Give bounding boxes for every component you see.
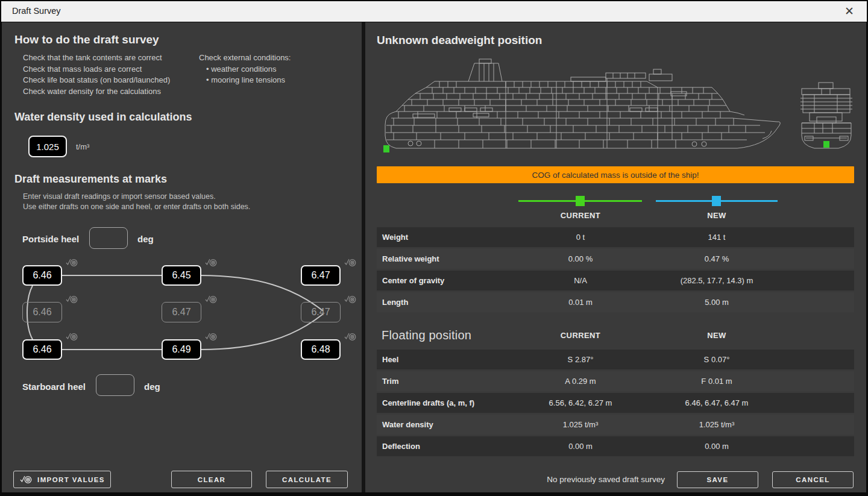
external-condition-item: • mooring line tensions bbox=[199, 75, 291, 86]
draft-input-starboard-aft[interactable] bbox=[22, 339, 62, 360]
portside-heel-input[interactable] bbox=[89, 227, 128, 249]
draft-input-portside-aft[interactable] bbox=[22, 265, 62, 286]
sensor-icon bbox=[66, 332, 78, 342]
row-label: Heel bbox=[377, 355, 512, 364]
import-values-button[interactable]: IMPORT VALUES bbox=[13, 471, 111, 488]
checklist-item: Check that mass loads are correct bbox=[23, 64, 170, 75]
water-density-unit: t/m³ bbox=[76, 142, 89, 151]
column-header-new: NEW bbox=[656, 211, 777, 220]
portside-heel-unit: deg bbox=[137, 234, 154, 244]
window-title: Draft Survey bbox=[12, 6, 61, 16]
new-slider-marker bbox=[712, 196, 721, 206]
draft-survey-dialog: Draft Survey ✕ How to do the draft surve… bbox=[0, 0, 868, 496]
draft-input-centerline-mid[interactable] bbox=[162, 302, 201, 322]
row-label: Relative weight bbox=[377, 254, 512, 263]
row-label: Centerline drafts (a, m, f) bbox=[377, 398, 512, 407]
saved-survey-status: No previously saved draft survey bbox=[377, 471, 665, 488]
close-icon[interactable]: ✕ bbox=[840, 3, 858, 20]
row-current-value: 6.56, 6.42, 6.27 m bbox=[512, 398, 649, 407]
draft-marks-subtitle: Enter visual draft readings or import se… bbox=[23, 192, 250, 212]
external-condition-item: • weather conditions bbox=[199, 64, 291, 75]
row-new-value: F 0.01 m bbox=[649, 377, 785, 386]
title-bar: Draft Survey ✕ bbox=[1, 1, 867, 22]
sensor-icon bbox=[344, 332, 356, 342]
row-new-value: 0.00 m bbox=[649, 442, 785, 451]
table-row-weight: Weight 0 t 141 t bbox=[377, 227, 854, 247]
starboard-heel-unit: deg bbox=[144, 381, 160, 392]
table-row-water-density: Water density 1.025 t/m³ 1.025 t/m³ bbox=[377, 415, 854, 435]
row-new-value: 1.025 t/m³ bbox=[649, 420, 785, 429]
row-current-value: 0.00 % bbox=[512, 254, 649, 263]
sensor-icon bbox=[66, 258, 78, 268]
clear-label: CLEAR bbox=[198, 476, 226, 483]
draft-marks-title: Draft measurements at marks bbox=[14, 173, 167, 186]
row-label: Weight bbox=[377, 233, 512, 242]
row-label: Trim bbox=[377, 377, 512, 386]
save-button[interactable]: SAVE bbox=[677, 471, 758, 488]
draft-input-portside-mid[interactable] bbox=[162, 265, 201, 286]
ship-profile-drawing bbox=[377, 57, 854, 160]
sensor-icon bbox=[344, 295, 356, 304]
sensor-icon bbox=[66, 295, 78, 304]
water-density-input[interactable] bbox=[28, 136, 67, 157]
table-row-length: Length 0.01 m 5.00 m bbox=[377, 292, 854, 312]
row-current-value: 0.00 m bbox=[512, 442, 649, 451]
calculate-button[interactable]: CALCULATE bbox=[266, 471, 348, 488]
table-row-trim: Trim A 0.29 m F 0.01 m bbox=[377, 371, 854, 391]
external-conditions: Check external conditions: • weather con… bbox=[199, 52, 291, 86]
draft-marks-diagram bbox=[18, 259, 356, 371]
table-row-centerline-drafts: Centerline drafts (a, m, f) 6.56, 6.42, … bbox=[377, 393, 854, 413]
floating-position-header: Floating position CURRENT NEW bbox=[377, 327, 854, 344]
checklist-item: Check that the tank contents are correct bbox=[23, 52, 170, 64]
draft-input-starboard-mid[interactable] bbox=[162, 339, 201, 360]
water-density-title: Water density used in calculations bbox=[14, 111, 192, 124]
column-header-current: CURRENT bbox=[512, 331, 649, 340]
row-label: Center of gravity bbox=[377, 276, 512, 285]
howto-checklist: Check that the tank contents are correct… bbox=[23, 52, 170, 97]
row-new-value: 6.46, 6.47, 6.47 m bbox=[649, 398, 785, 407]
sensor-icon bbox=[205, 332, 217, 342]
row-label: Water density bbox=[377, 420, 512, 429]
row-new-value: 5.00 m bbox=[649, 298, 785, 307]
starboard-heel-input[interactable] bbox=[96, 374, 134, 396]
row-current-value: 0.01 m bbox=[512, 298, 649, 307]
draft-input-portside-fore[interactable] bbox=[301, 265, 341, 286]
starboard-heel-label: Starboard heel bbox=[22, 381, 86, 392]
row-current-value: S 2.87° bbox=[512, 355, 649, 364]
sensor-icon bbox=[205, 258, 217, 268]
row-current-value: 0 t bbox=[512, 233, 649, 242]
import-values-label: IMPORT VALUES bbox=[37, 476, 105, 483]
table-row-center-of-gravity: Center of gravity N/A (282.5, 17.7, 14.3… bbox=[377, 271, 854, 290]
draft-input-starboard-fore[interactable] bbox=[301, 339, 341, 360]
row-new-value: 141 t bbox=[649, 233, 785, 242]
clear-button[interactable]: CLEAR bbox=[171, 471, 252, 488]
checklist-item: Check life boat status (on board/launche… bbox=[23, 75, 170, 86]
table-row-deflection: Deflection 0.00 m 0.00 m bbox=[377, 436, 854, 456]
row-current-value: N/A bbox=[512, 276, 649, 285]
column-header-new: NEW bbox=[649, 331, 785, 340]
row-label: Length bbox=[377, 298, 512, 307]
save-label: SAVE bbox=[706, 476, 728, 483]
draft-input-centerline-aft[interactable] bbox=[22, 302, 62, 322]
row-current-value: A 0.29 m bbox=[512, 377, 649, 386]
draft-input-centerline-fore[interactable] bbox=[301, 302, 341, 322]
sensor-icon bbox=[205, 295, 217, 304]
warning-banner: COG of calculated mass is outside of the… bbox=[377, 166, 854, 183]
sensor-icon bbox=[344, 258, 356, 268]
cog-legend: CURRENT NEW bbox=[377, 192, 854, 222]
current-slider-marker bbox=[576, 196, 585, 206]
checklist-item: Check water density for the calculations bbox=[23, 86, 170, 98]
row-new-value: (282.5, 17.7, 14.3) m bbox=[649, 276, 785, 285]
column-header-current: CURRENT bbox=[520, 211, 641, 220]
cancel-label: CANCEL bbox=[796, 476, 829, 483]
cog-marker-profile bbox=[383, 145, 389, 152]
deadweight-title: Unknown deadweight position bbox=[377, 34, 542, 47]
sensor-import-icon bbox=[19, 475, 33, 485]
row-current-value: 1.025 t/m³ bbox=[512, 420, 649, 429]
row-new-value: 0.47 % bbox=[649, 254, 785, 263]
panel-divider bbox=[362, 22, 365, 492]
cog-marker-section bbox=[823, 141, 829, 148]
table-row-heel: Heel S 2.87° S 0.07° bbox=[377, 350, 854, 369]
row-label: Deflection bbox=[377, 442, 512, 451]
cancel-button[interactable]: CANCEL bbox=[772, 471, 854, 488]
